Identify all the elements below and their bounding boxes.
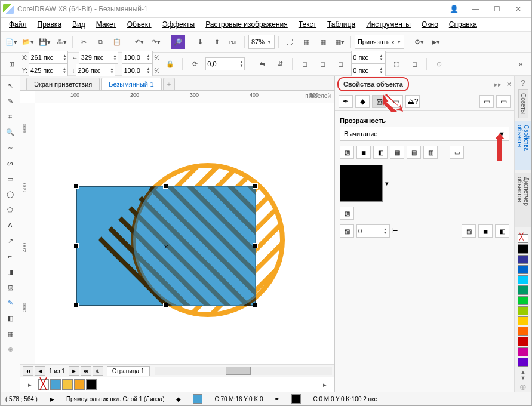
corner-chamfer[interactable]: ◻ <box>333 57 348 71</box>
ruler-vertical[interactable]: 600 500 400 300 <box>20 103 35 364</box>
menu-table[interactable]: Таблица <box>322 19 360 30</box>
fill-tool[interactable]: ◧ <box>2 311 18 325</box>
transp-uniform[interactable]: ◼ <box>356 146 371 159</box>
tab-bitmap[interactable]: ⛰? <box>405 95 420 108</box>
options-button[interactable]: ⚙▾ <box>412 35 426 49</box>
polygon-tool[interactable]: ⬠ <box>2 202 18 217</box>
hscrollbar[interactable] <box>155 367 332 375</box>
cpal-none[interactable]: ╳ <box>518 234 528 243</box>
close-button[interactable]: ✕ <box>508 1 529 17</box>
side-tab-objmanager[interactable]: Диспетчер объектов <box>515 173 531 227</box>
ruler-horizontal[interactable]: 100 200 300 400 500 пикселей <box>35 91 334 103</box>
fullscreen-button[interactable]: ⛶ <box>282 35 297 49</box>
redo-button[interactable]: ↷▾ <box>149 35 163 49</box>
menu-help[interactable]: Справка <box>444 19 482 30</box>
apply-outline[interactable]: ◼ <box>478 224 493 238</box>
palette-scroll[interactable]: ▸ <box>318 377 332 392</box>
menu-object[interactable]: Объект <box>122 19 156 30</box>
apply-both[interactable]: ◧ <box>495 224 509 238</box>
transparency-preview[interactable] <box>340 165 383 202</box>
transp-fountain[interactable]: ◧ <box>373 146 388 159</box>
menu-edit[interactable]: Правка <box>33 19 67 30</box>
user-icon[interactable]: 👤 <box>443 1 465 17</box>
transp-picker[interactable]: ▨ <box>340 207 354 220</box>
palette-menu[interactable]: ▸ <box>23 377 37 392</box>
overflow[interactable]: » <box>513 57 528 71</box>
guides-button[interactable]: ▦▾ <box>333 35 347 49</box>
mirror-v[interactable]: ⇵ <box>273 57 287 71</box>
size-h[interactable] <box>76 65 109 76</box>
page-tab[interactable]: Страница 1 <box>107 366 150 376</box>
cut-button[interactable]: ✂ <box>76 35 91 49</box>
parallel-dim-tool[interactable]: ↗ <box>2 233 18 248</box>
corner-tl[interactable] <box>352 52 378 63</box>
open-button[interactable]: 📂▾ <box>21 35 35 49</box>
freehand-tool[interactable]: ～ <box>2 140 18 155</box>
tab-document[interactable]: Безымянный-1 <box>101 78 162 90</box>
artistic-media-tool[interactable]: ᔕ <box>2 156 18 170</box>
grid-button[interactable]: ▦ <box>316 35 330 49</box>
dropshadow-tool[interactable]: ◨ <box>2 264 18 279</box>
menu-text[interactable]: Текст <box>294 19 321 30</box>
transp-pattern[interactable]: ▦ <box>390 146 404 159</box>
crop-tool[interactable]: ⌗ <box>2 109 18 124</box>
pick-tool[interactable]: ↖ <box>2 78 18 93</box>
page-first[interactable]: ⏮ <box>23 366 33 376</box>
docker-expand[interactable]: ▸▸ <box>492 78 504 91</box>
export-button[interactable]: ⬆ <box>210 35 224 49</box>
tab-welcome[interactable]: Экран приветствия <box>26 78 100 90</box>
cpal[interactable] <box>518 296 528 305</box>
text-tool[interactable]: A <box>2 218 18 232</box>
snap-combo[interactable]: Привязать к▼ <box>355 35 404 49</box>
cpal[interactable] <box>518 358 528 367</box>
cpal[interactable] <box>518 327 528 336</box>
swatch[interactable] <box>62 379 73 390</box>
zoom-combo[interactable]: 87%▼ <box>248 35 275 49</box>
page-add[interactable]: ⊕ <box>93 366 103 376</box>
search-button[interactable]: 🔎 <box>171 35 185 49</box>
shape-tool[interactable]: ✎ <box>2 94 18 108</box>
import-button[interactable]: ⬇ <box>193 35 207 49</box>
menu-layout[interactable]: Макет <box>91 19 121 30</box>
swatch[interactable] <box>50 379 61 390</box>
transp-texture[interactable]: ▥ <box>423 146 438 159</box>
size-w[interactable] <box>79 52 112 63</box>
tab-outline[interactable]: ✒ <box>339 95 353 108</box>
save-button[interactable]: 💾▾ <box>38 35 52 49</box>
cpal[interactable] <box>518 337 528 346</box>
ellipse-tool[interactable]: ◯ <box>2 187 18 201</box>
merge-mode-select[interactable]: Вычитание▼ <box>340 127 509 141</box>
transp-slider[interactable]: ⊢ <box>392 227 398 235</box>
scale-x[interactable] <box>122 52 145 63</box>
pdf-button[interactable]: PDF <box>226 35 241 49</box>
tab-rect[interactable]: ▭ <box>389 95 403 108</box>
cpal[interactable] <box>518 347 528 356</box>
mirror-h[interactable]: ⇋ <box>255 57 269 71</box>
eyedropper-tool[interactable]: ✎ <box>2 296 18 310</box>
transp-none[interactable]: ▨ <box>340 146 354 159</box>
transp-twocolor[interactable]: ▤ <box>407 146 421 159</box>
launch-button[interactable]: ▶▾ <box>429 35 443 49</box>
rulers-button[interactable]: ▦ <box>299 35 313 49</box>
cpal[interactable] <box>518 255 528 264</box>
rotation[interactable] <box>206 59 238 69</box>
transparency-value[interactable] <box>357 226 382 236</box>
cpal[interactable] <box>518 316 528 325</box>
lock-ratio[interactable]: 🔒 <box>163 57 177 71</box>
maximize-button[interactable]: ☐ <box>486 1 508 17</box>
cpal[interactable] <box>518 265 528 274</box>
undo-button[interactable]: ↶▾ <box>132 35 146 49</box>
drawing-canvas[interactable]: ✕ <box>35 103 334 364</box>
menu-effects[interactable]: Эффекты <box>158 19 200 30</box>
menu-bitmaps[interactable]: Растровые изображения <box>201 19 293 30</box>
zoom-tool[interactable]: 🔍 <box>2 125 18 139</box>
tab-summary1[interactable]: ▭ <box>479 95 494 108</box>
paste-button[interactable]: 📋 <box>110 35 124 49</box>
page-next[interactable]: ▶ <box>69 366 79 376</box>
transparency-tool[interactable]: ▨ <box>2 280 18 294</box>
connector-tool[interactable]: ⌐ <box>2 249 18 263</box>
cpal[interactable] <box>518 244 528 253</box>
corner-bl[interactable] <box>352 65 378 76</box>
corner-lock[interactable]: ⬚ <box>389 57 404 71</box>
page-last[interactable]: ⏭ <box>81 366 91 376</box>
